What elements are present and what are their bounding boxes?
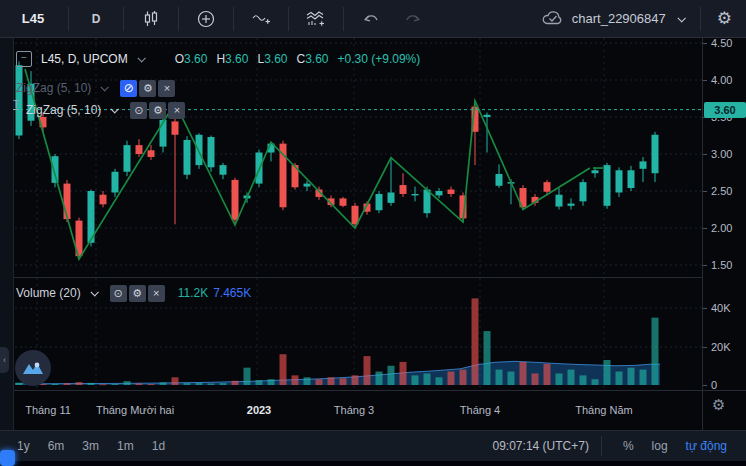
axis-label: 4.00	[711, 74, 732, 86]
auto-scale-button[interactable]: tự động	[677, 439, 736, 453]
toolbar-right-group: chart_22906847 ⚙	[531, 0, 746, 38]
bottom-right-group: 09:07:14 (UTC+7) % log tự động	[493, 436, 746, 456]
open-value: 3.60	[184, 52, 207, 66]
close-value: 3.60	[305, 52, 328, 66]
volume-value: 11.2K	[178, 286, 208, 300]
time-axis-label: 2023	[247, 404, 271, 416]
axis-label: 2.00	[711, 222, 732, 234]
toolbar-divider	[700, 7, 701, 31]
undo-icon[interactable]	[350, 4, 392, 34]
high-value: 3.60	[225, 52, 248, 66]
indicator-row-zigzag-2: ZigZag (5, 10) ⊙ ⚙ ×	[26, 101, 185, 119]
window-bottom-edge	[0, 461, 746, 466]
last-price-label: 3.60	[704, 102, 746, 118]
toolbar-divider	[343, 7, 344, 31]
axis-tick	[703, 347, 707, 348]
indicator-row-zigzag-1: ZigZag (5, 10) ⊘ ⚙ ×	[16, 79, 175, 97]
axis-label: 4.50	[711, 37, 732, 49]
high-label: H	[216, 52, 225, 66]
ohlc-readout: O3.60 H3.60 L3.60 C3.60 +0.30 (+9.09%)	[175, 52, 421, 66]
indicator-close-icon[interactable]: ×	[148, 285, 165, 302]
add-indicator-icon[interactable]	[185, 4, 227, 34]
time-axis-label: Tháng 11	[25, 404, 71, 416]
time-axis-label: Tháng Mười hai	[96, 404, 174, 416]
cloud-saved-icon	[541, 8, 565, 29]
indicators-icon[interactable]	[295, 4, 337, 34]
toolbar-divider	[123, 7, 124, 31]
eye-off-icon[interactable]: ⊘	[120, 80, 137, 97]
axis-label: 1.50	[711, 259, 732, 271]
top-toolbar: L45 D	[0, 0, 746, 38]
axis-tick	[703, 228, 707, 229]
clock[interactable]: 09:07:14 (UTC+7)	[493, 439, 589, 453]
low-value: 3.60	[264, 52, 287, 66]
chevron-down-icon[interactable]	[111, 105, 119, 113]
percent-scale-button[interactable]: %	[614, 439, 643, 453]
indicator-label[interactable]: ZigZag (5, 10)	[16, 81, 91, 95]
time-axis-label: Tháng Năm	[575, 404, 632, 416]
gear-icon[interactable]: ⚙	[707, 8, 746, 29]
axis-tick	[703, 265, 707, 266]
time-axis[interactable]: ⚙ Tháng 11Tháng Mười hai2023Tháng 3Tháng…	[0, 390, 746, 430]
axis-tick	[703, 385, 707, 386]
legend-collapse-icon[interactable]: −	[16, 51, 32, 67]
time-axis-label: Tháng 4	[460, 404, 500, 416]
toolbar-divider	[288, 7, 289, 31]
axis-label: 40K	[711, 302, 731, 314]
axis-tick	[703, 308, 707, 309]
range-button-6m[interactable]: 6m	[39, 439, 74, 453]
trading-chart-app: L45 D	[0, 0, 746, 466]
redo-icon[interactable]	[392, 4, 434, 34]
time-axis-label: Tháng 3	[334, 404, 374, 416]
open-label: O	[175, 52, 184, 66]
indicator-label[interactable]: Volume (20)	[16, 286, 81, 300]
indicator-row-volume: Volume (20) ⊙ ⚙ × 11.2K 7.465K	[16, 284, 251, 302]
date-range-group: 1y6m3m1m1d	[0, 439, 174, 453]
toolbar-divider	[601, 436, 602, 456]
chart-name-label: chart_22906847	[572, 11, 666, 26]
range-button-1d[interactable]: 1d	[143, 439, 174, 453]
axis-divider	[702, 391, 703, 431]
eye-icon[interactable]: ⊙	[130, 102, 147, 119]
axis-tick	[703, 43, 707, 44]
indicator-label[interactable]: ZigZag (5, 10)	[26, 103, 101, 117]
compare-icon[interactable]	[240, 4, 282, 34]
toolbar-divider	[178, 7, 179, 31]
indicator-settings-icon[interactable]: ⚙	[139, 80, 156, 97]
range-button-1m[interactable]: 1m	[108, 439, 143, 453]
indicator-close-icon[interactable]: ×	[158, 80, 175, 97]
indicator-close-icon[interactable]: ×	[168, 102, 185, 119]
axis-tick	[703, 154, 707, 155]
panel-collapse-handle[interactable]: ‹	[0, 347, 9, 373]
change-value: +0.30 (+9.09%)	[338, 52, 421, 66]
indicator-settings-icon[interactable]: ⚙	[149, 102, 166, 119]
save-chart-button[interactable]: chart_22906847	[531, 8, 694, 29]
chevron-down-icon[interactable]	[101, 83, 109, 91]
log-scale-button[interactable]: log	[643, 439, 677, 453]
axis-tick	[703, 191, 707, 192]
toolbar-divider	[68, 7, 69, 31]
axis-label: 2.50	[711, 185, 732, 197]
price-axis[interactable]: 4.504.003.503.002.502.001.5040K20K03.60	[702, 38, 746, 430]
drawing-anchor-t: T	[13, 99, 19, 110]
axis-label: 20K	[711, 341, 731, 353]
indicator-settings-icon[interactable]: ⚙	[129, 285, 146, 302]
interval-button[interactable]: D	[75, 4, 117, 34]
chart-legend: − L45, D, UPCOM O3.60 H3.60 L3.60 C3.60 …	[16, 51, 420, 67]
axis-label: 3.00	[711, 148, 732, 160]
legend-symbol-text[interactable]: L45, D, UPCOM	[41, 52, 128, 66]
range-button-3m[interactable]: 3m	[73, 439, 108, 453]
bottom-toolbar: 1y6m3m1m1d 09:07:14 (UTC+7) % log tự độn…	[0, 430, 746, 461]
eye-icon[interactable]: ⊙	[110, 285, 127, 302]
chevron-down-icon	[677, 14, 685, 22]
floating-button-fragment[interactable]	[0, 450, 15, 466]
axis-settings-gear-icon[interactable]: ⚙	[712, 396, 725, 414]
chevron-down-icon[interactable]	[90, 288, 98, 296]
chevron-down-icon[interactable]	[137, 54, 145, 62]
toolbar-divider	[233, 7, 234, 31]
broker-logo-watermark	[15, 350, 51, 386]
volume-ma-value: 7.465K	[213, 286, 251, 300]
symbol-search-button[interactable]: L45	[12, 4, 62, 34]
axis-tick	[703, 80, 707, 81]
candlestick-style-icon[interactable]	[130, 4, 172, 34]
